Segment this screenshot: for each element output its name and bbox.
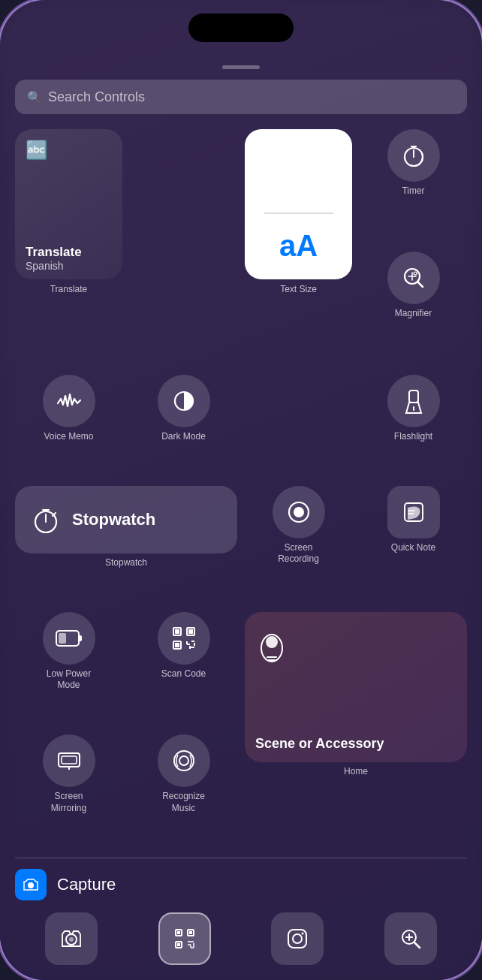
dynamic-island: [188, 14, 294, 42]
search-input-label: Search Controls: [48, 89, 145, 105]
low-power-icon: [55, 628, 83, 649]
svg-point-54: [69, 937, 74, 942]
svg-point-52: [28, 882, 34, 888]
search-bar[interactable]: 🔍 Search Controls: [15, 80, 467, 114]
textsize-control: aA Text Size: [245, 129, 352, 367]
recognize-music-control: RecognizeMusic: [130, 734, 237, 850]
timer-button[interactable]: [387, 129, 440, 182]
flashlight-label: Flashlight: [394, 431, 432, 443]
svg-point-68: [302, 933, 304, 935]
svg-point-23: [294, 507, 304, 517]
stopwatch-text: Stopwatch: [72, 510, 155, 529]
tab-scan-icon: [173, 927, 197, 951]
flashlight-control: Flashlight: [360, 375, 467, 478]
low-power-control: Low PowerMode: [15, 612, 122, 728]
translate-button[interactable]: 🔤 Translate Spanish: [15, 129, 122, 279]
stopwatch-icon: [30, 504, 62, 535]
home-title: Scene or Accessory: [255, 736, 384, 752]
tab-scan-button[interactable]: [158, 912, 211, 965]
svg-rect-29: [59, 633, 66, 644]
translate-icon: 🔤: [26, 140, 48, 161]
capture-camera-icon: [23, 876, 39, 893]
stopwatch-button[interactable]: Stopwatch: [15, 486, 237, 553]
svg-point-13: [414, 272, 417, 275]
recognize-music-button[interactable]: [158, 734, 210, 787]
voice-memo-label: Voice Memo: [44, 431, 93, 443]
screen: 🔍 Search Controls 🔤 Translate Spanish: [0, 0, 482, 980]
scan-code-icon: [170, 625, 197, 652]
drag-handle[interactable]: [222, 65, 260, 69]
screen-recording-icon: [285, 499, 312, 526]
dark-mode-label: Dark Mode: [161, 431, 206, 443]
screen-mirroring-button[interactable]: [43, 734, 95, 787]
bottom-tabs: [15, 912, 467, 980]
screen-recording-control: ScreenRecording: [245, 486, 352, 605]
svg-rect-58: [177, 931, 180, 934]
textsize-aa: aA: [279, 229, 318, 263]
stopwatch-label: Stopwatch: [105, 557, 147, 569]
textsize-button[interactable]: aA: [245, 129, 352, 279]
search-icon: 🔍: [27, 90, 42, 104]
screen-mirroring-control: ScreenMirroring: [15, 734, 122, 850]
voice-memo-control: Voice Memo: [15, 375, 122, 478]
svg-point-51: [179, 756, 188, 765]
voice-memo-icon: [55, 387, 83, 415]
magnifier-icon: [400, 264, 427, 291]
recognize-music-label: RecognizeMusic: [162, 791, 205, 814]
low-power-button[interactable]: [43, 612, 95, 665]
textsize-slider: [264, 213, 333, 214]
translate-title: Translate: [26, 245, 82, 260]
screen-mirroring-label: ScreenMirroring: [51, 791, 86, 814]
divider: [15, 858, 467, 858]
screen-inner: 🔍 Search Controls 🔤 Translate Spanish: [0, 56, 482, 850]
svg-rect-47: [62, 756, 77, 764]
svg-rect-31: [175, 629, 179, 634]
dark-mode-icon: [170, 387, 197, 415]
home-bulb-icon: [255, 627, 288, 669]
svg-rect-28: [79, 635, 82, 641]
textsize-label: Text Size: [280, 284, 317, 296]
flashlight-button[interactable]: [387, 375, 440, 427]
svg-rect-15: [409, 390, 418, 403]
timer-label: Timer: [402, 185, 424, 198]
tab-zoom-button[interactable]: [384, 912, 437, 965]
svg-line-10: [417, 282, 423, 287]
screen-mirroring-icon: [56, 747, 83, 774]
home-button[interactable]: Scene or Accessory: [245, 612, 467, 762]
timer-control: Timer: [360, 129, 467, 244]
svg-point-50: [174, 751, 194, 770]
svg-rect-35: [175, 643, 179, 647]
svg-point-67: [293, 934, 302, 943]
dark-mode-button[interactable]: [158, 375, 210, 427]
tab-camera-icon: [59, 927, 83, 951]
magnifier-button[interactable]: [387, 252, 440, 304]
quick-note-button[interactable]: [387, 486, 440, 538]
low-power-label: Low PowerMode: [47, 668, 91, 692]
bottom-section: Capture: [0, 858, 482, 980]
capture-label: Capture: [57, 875, 116, 894]
screen-recording-button[interactable]: [273, 486, 325, 538]
tab-zoom-icon: [399, 927, 423, 951]
scan-code-label: Scan Code: [161, 668, 206, 680]
quick-note-icon: [400, 499, 427, 526]
svg-point-43: [266, 636, 278, 648]
svg-rect-59: [189, 931, 192, 934]
dark-mode-control: Dark Mode: [130, 375, 237, 478]
translate-label: Translate: [50, 284, 88, 296]
tab-camera-button[interactable]: [45, 912, 98, 965]
screen-recording-label: ScreenRecording: [278, 542, 319, 565]
scan-code-control: Scan Code: [130, 612, 237, 728]
tab-instagram-button[interactable]: [271, 912, 324, 965]
translate-control: 🔤 Translate Spanish Translate: [15, 129, 122, 367]
flashlight-icon: [402, 387, 426, 415]
translate-icons: 🔤: [26, 140, 48, 161]
magnifier-label: Magnifier: [395, 308, 432, 320]
voice-memo-button[interactable]: [43, 375, 95, 427]
scan-code-button[interactable]: [158, 612, 210, 665]
translate-subtitle: Spanish: [26, 260, 82, 272]
translate-text: Translate Spanish: [26, 245, 82, 272]
capture-icon-bg: [15, 869, 47, 900]
phone-frame: 🔍 Search Controls 🔤 Translate Spanish: [0, 0, 482, 980]
quick-note-label: Quick Note: [391, 542, 435, 554]
magnifier-control: Magnifier: [360, 252, 467, 366]
